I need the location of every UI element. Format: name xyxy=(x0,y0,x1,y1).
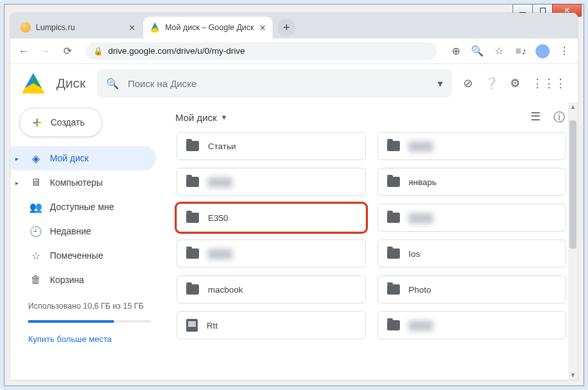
close-icon[interactable]: ✕ xyxy=(259,23,266,33)
list-view-icon[interactable]: ☰ xyxy=(530,110,541,125)
folder-label: январь xyxy=(409,177,437,187)
folder-item[interactable]: ████ xyxy=(377,204,567,232)
folder-icon xyxy=(387,177,400,187)
folder-label: ████ xyxy=(208,177,232,187)
breadcrumb-label: Мой диск xyxy=(175,112,217,123)
sidebar-item-label: Доступные мне xyxy=(50,202,114,212)
breadcrumb[interactable]: Мой диск ▼ ☰ ⓘ xyxy=(163,102,578,132)
folder-label: ████ xyxy=(208,249,232,259)
new-tab-button[interactable]: + xyxy=(278,19,296,37)
scrollbar[interactable]: ▲ ▼ xyxy=(568,102,578,380)
scroll-up-icon[interactable]: ▲ xyxy=(568,102,578,111)
help-icon[interactable]: ❔ xyxy=(484,76,498,90)
buy-storage-link[interactable]: Купить больше места xyxy=(10,323,163,346)
computers-icon: 🖥 xyxy=(29,177,42,188)
folder-item[interactable]: macbook xyxy=(177,275,366,304)
folder-item[interactable]: ████ xyxy=(177,168,366,196)
sidebar-item-shared[interactable]: 👥 Доступные мне xyxy=(10,195,156,219)
star-icon: ☆ xyxy=(29,250,42,262)
tab-lumpics[interactable]: Lumpics.ru ✕ xyxy=(14,17,142,38)
tab-google-drive[interactable]: Мой диск – Google Диск ✕ xyxy=(143,17,273,38)
folder-icon xyxy=(186,248,199,259)
folder-item[interactable]: Photo xyxy=(377,275,567,304)
sidebar-item-label: Мой диск xyxy=(50,153,88,163)
app-name: Диск xyxy=(56,76,86,91)
folder-label: Rtt xyxy=(207,321,218,330)
info-icon[interactable]: ⓘ xyxy=(553,110,565,125)
file-icon xyxy=(186,319,198,332)
reload-button[interactable]: ⟳ xyxy=(60,45,74,57)
url-text: drive.google.com/drive/u/0/my-drive xyxy=(108,46,245,56)
storage-text: Использовано 10,6 ГБ из 15 ГБ xyxy=(10,292,163,315)
scroll-thumb[interactable] xyxy=(569,120,576,248)
folder-label: Статьи xyxy=(208,142,236,151)
sidebar-item-starred[interactable]: ☆ Помеченные xyxy=(10,243,156,268)
lock-icon: 🔒 xyxy=(93,47,103,56)
tab-label: Lumpics.ru xyxy=(36,23,75,32)
sidebar-item-label: Компьютеры xyxy=(50,177,103,188)
folder-item[interactable]: E350 xyxy=(177,204,366,232)
folder-label: ████ xyxy=(409,321,433,330)
sidebar-item-my-drive[interactable]: ▸ ◈ Мой диск xyxy=(10,146,156,170)
sidebar-item-recent[interactable]: 🕘 Недавние xyxy=(10,219,156,243)
sidebar-item-label: Помеченные xyxy=(50,250,103,261)
sidebar-item-label: Недавние xyxy=(50,226,91,236)
chevron-down-icon[interactable]: ▾ xyxy=(438,77,443,90)
folder-label: macbook xyxy=(208,285,243,295)
folder-item[interactable]: ████ xyxy=(377,311,567,339)
folder-item[interactable]: Rtt xyxy=(177,311,366,339)
extensions-icon[interactable]: ≡♪ xyxy=(514,45,528,57)
profile-avatar[interactable] xyxy=(536,44,550,58)
star-icon[interactable]: ☆ xyxy=(492,45,506,57)
close-icon[interactable]: ✕ xyxy=(129,23,136,33)
menu-icon[interactable]: ⋮ xyxy=(557,45,571,57)
chevron-right-icon[interactable]: ▸ xyxy=(15,155,22,162)
address-bar[interactable]: 🔒 drive.google.com/drive/u/0/my-drive xyxy=(86,42,437,60)
folder-icon xyxy=(186,141,199,151)
install-icon[interactable]: ⊕ xyxy=(449,45,463,57)
sidebar: ＋ Создать ▸ ◈ Мой диск ▸ 🖥 Компьютеры xyxy=(10,102,163,380)
sidebar-item-computers[interactable]: ▸ 🖥 Компьютеры xyxy=(10,170,156,195)
search-box[interactable]: 🔍 ▾ xyxy=(97,69,452,97)
create-button[interactable]: ＋ Создать xyxy=(19,108,102,137)
folder-label: ████ xyxy=(409,213,433,223)
folder-icon xyxy=(387,248,400,259)
recent-icon: 🕘 xyxy=(29,225,42,238)
sidebar-item-trash[interactable]: 🗑 Корзина xyxy=(10,268,156,292)
trash-icon: 🗑 xyxy=(29,274,42,286)
folder-item[interactable]: Ios xyxy=(377,240,567,268)
folder-item[interactable]: ████ xyxy=(377,132,567,160)
folder-label: Photo xyxy=(409,285,431,295)
drive-icon: ◈ xyxy=(29,152,42,165)
ready-offline-icon[interactable]: ⊘ xyxy=(463,76,473,90)
shared-icon: 👥 xyxy=(29,201,42,213)
app-header: Диск 🔍 ▾ ⊘ ❔ ⚙ ⋮⋮⋮ xyxy=(10,64,578,102)
folder-grid: Статьи████████январьE350████████Iosmacbo… xyxy=(163,132,578,380)
search-icon: 🔍 xyxy=(106,77,119,90)
scroll-down-icon[interactable]: ▼ xyxy=(568,371,578,380)
folder-item[interactable]: январь xyxy=(377,168,567,196)
folder-label: ████ xyxy=(409,142,433,151)
folder-icon xyxy=(387,320,400,330)
chevron-right-icon[interactable]: ▸ xyxy=(15,179,22,186)
folder-icon xyxy=(387,213,400,223)
drive-logo-icon xyxy=(22,73,45,93)
apps-grid-icon[interactable]: ⋮⋮⋮ xyxy=(532,76,566,90)
browser-tabstrip: Lumpics.ru ✕ Мой диск – Google Диск ✕ + xyxy=(10,13,578,38)
folder-item[interactable]: Статьи xyxy=(177,132,366,160)
gear-icon[interactable]: ⚙ xyxy=(510,76,520,90)
folder-icon xyxy=(387,284,400,295)
storage-meter xyxy=(28,320,151,323)
chevron-down-icon[interactable]: ▼ xyxy=(221,113,228,121)
browser-toolbar: ← → ⟳ 🔒 drive.google.com/drive/u/0/my-dr… xyxy=(10,38,578,64)
folder-icon xyxy=(186,177,199,187)
create-label: Создать xyxy=(51,117,84,127)
folder-label: E350 xyxy=(208,213,228,223)
zoom-icon[interactable]: 🔍 xyxy=(470,45,484,57)
folder-icon xyxy=(387,141,400,151)
search-input[interactable] xyxy=(128,78,429,89)
folder-icon xyxy=(186,213,199,223)
back-button[interactable]: ← xyxy=(17,45,31,57)
folder-item[interactable]: ████ xyxy=(177,240,366,268)
forward-button[interactable]: → xyxy=(38,45,52,57)
